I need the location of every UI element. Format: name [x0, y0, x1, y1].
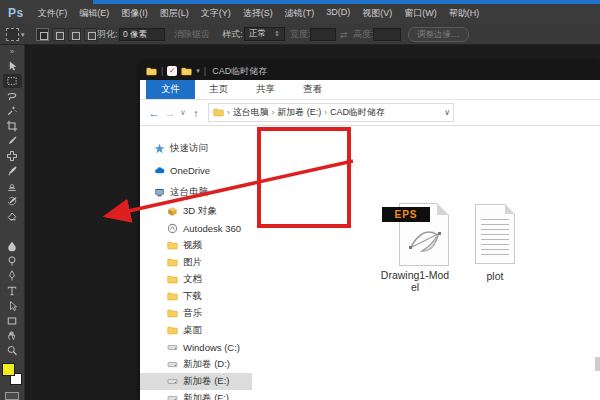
up-button[interactable]: ↑ [188, 107, 204, 119]
antialias-checkbox[interactable]: 消除锯齿 [174, 24, 210, 45]
folder-icon [167, 308, 178, 319]
eraser-tool[interactable] [3, 209, 22, 223]
type-tool[interactable] [3, 284, 22, 298]
height-input[interactable] [373, 28, 401, 41]
crop-tool[interactable] [3, 119, 22, 133]
folder-icon [167, 257, 178, 268]
sidebar-item-this-pc[interactable]: 这台电脑 [140, 184, 252, 201]
hand-tool[interactable] [3, 329, 22, 343]
sidebar-item-desktop[interactable]: 桌面 [140, 322, 252, 339]
width-label: 宽度: [290, 24, 311, 45]
menu-type[interactable]: 文字(Y) [195, 4, 237, 23]
sidebar-item-windows-c[interactable]: Windows (C:) [140, 339, 252, 356]
brush-tool[interactable] [3, 164, 22, 178]
add-selection-button[interactable] [52, 28, 65, 41]
style-select[interactable]: 正常 ⇕ [244, 27, 285, 41]
menu-view[interactable]: 视图(V) [356, 4, 398, 23]
forward-button[interactable]: → [162, 107, 178, 119]
recent-locations-caret-icon[interactable]: ∨ [178, 108, 188, 117]
sidebar-item-new-volume-f[interactable]: 新加卷 (F:) [140, 390, 252, 400]
sidebar-item-new-volume-d[interactable]: 新加卷 (D:) [140, 356, 252, 373]
eyedropper-tool[interactable] [3, 134, 22, 148]
toolbar-collapse-icon[interactable]: » [10, 47, 14, 56]
back-button[interactable]: ← [146, 107, 162, 119]
sidebar-item-videos[interactable]: 视频 [140, 237, 252, 254]
menu-layer[interactable]: 图层(L) [154, 4, 195, 23]
move-tool[interactable] [3, 59, 22, 73]
star-icon [154, 143, 165, 154]
sidebar-item-onedrive[interactable]: OneDrive [140, 162, 252, 179]
foreground-color-swatch[interactable] [2, 363, 15, 376]
width-input[interactable] [310, 28, 336, 41]
tab-view[interactable]: 查看 [289, 80, 336, 99]
tab-share[interactable]: 共享 [242, 80, 289, 99]
t-eye-icon [6, 135, 18, 147]
refine-edge-button[interactable]: 调整边缘… [408, 27, 469, 42]
intersect-selection-button[interactable] [84, 28, 97, 41]
subtract-selection-button[interactable] [68, 28, 81, 41]
sidebar-item-pictures[interactable]: 图片 [140, 254, 252, 271]
clone-stamp-tool[interactable] [3, 179, 22, 193]
menu-help[interactable]: 帮助(H) [443, 4, 486, 23]
gradient-tool[interactable] [3, 224, 22, 238]
cloud-icon [154, 165, 165, 176]
quick-access-check-icon[interactable]: ✓ [167, 66, 177, 76]
rectangle-tool[interactable] [3, 314, 22, 328]
t-crop-icon [6, 120, 18, 132]
new-selection-button[interactable] [36, 28, 49, 41]
chevron-updown-icon: ⇕ [274, 30, 280, 38]
healing-brush-tool[interactable] [3, 149, 22, 163]
ribbon-tabs: 文件主页共享查看 [140, 80, 600, 100]
sidebar-item-autodesk360[interactable]: Autodesk 360 [140, 220, 252, 237]
menu-select[interactable]: 选择(S) [237, 4, 279, 23]
computer-icon [154, 187, 165, 198]
sidebar-item-music[interactable]: 音乐 [140, 305, 252, 322]
t-erase-icon [6, 210, 18, 222]
menu-edit[interactable]: 编辑(E) [73, 4, 115, 23]
file-explorer-window: | ✓ ▾ | CAD临时储存 文件主页共享查看 ← → ∨ ↑ › 这台电脑 … [140, 62, 600, 400]
sidebar-item-new-volume-e[interactable]: 新加卷 (E:) [140, 373, 252, 390]
explorer-titlebar[interactable]: | ✓ ▾ | CAD临时储存 [140, 62, 600, 80]
menu-file[interactable]: 文件(F) [32, 4, 74, 23]
quick-access-toolbar-caret-icon[interactable]: ▾ [196, 67, 200, 75]
path-selection-tool[interactable] [3, 299, 22, 313]
eps-curve-art-icon [404, 221, 446, 263]
sidebar-item-quick-access[interactable]: 快速访问 [140, 140, 252, 157]
file-list-area[interactable]: EPS Drawing1-Mod el [252, 126, 600, 400]
marquee-tool[interactable] [3, 74, 22, 88]
dodge-tool[interactable] [3, 254, 22, 268]
tool-preset-picker[interactable]: ▾ [6, 24, 25, 45]
address-bar[interactable]: › 这台电脑 › 新加卷 (E:) › CAD临时储存 ∨ [208, 103, 454, 122]
sidebar-item-downloads[interactable]: 下载 [140, 288, 252, 305]
menu-3d[interactable]: 3D(D) [320, 4, 356, 23]
pen-tool[interactable] [3, 269, 22, 283]
quick-mask-button[interactable] [5, 392, 19, 400]
lasso-tool[interactable] [3, 89, 22, 103]
a360-icon [167, 223, 178, 234]
t-lasso-icon [6, 90, 18, 102]
style-label: 样式: [222, 24, 243, 45]
sidebar-item-documents[interactable]: 文档 [140, 271, 252, 288]
tab-home[interactable]: 主页 [195, 80, 242, 99]
link-dimensions-icon[interactable]: ⇄ [340, 24, 348, 45]
menu-filter[interactable]: 滤镜(T) [279, 4, 321, 23]
wukong-logo-icon [486, 366, 513, 393]
photoshop-options-bar: ▾ 羽化: 0 像素 消除锯齿 样式: 正常 ⇕ 宽度: ⇄ 高度: 调整边缘… [0, 24, 600, 45]
feather-input[interactable]: 0 像素 [119, 28, 165, 41]
tab-file[interactable]: 文件 [146, 80, 195, 99]
magic-wand-tool[interactable] [3, 104, 22, 118]
folder-icon [167, 325, 178, 336]
folder-icon[interactable] [181, 66, 192, 77]
marquee-preset-icon [6, 28, 19, 41]
zoom-tool[interactable] [3, 344, 22, 358]
sidebar-item-3d-objects[interactable]: 3D 对象 [140, 203, 252, 220]
menu-image[interactable]: 图像(I) [115, 4, 154, 23]
folder-icon [146, 66, 157, 77]
menu-window[interactable]: 窗口(W) [398, 4, 443, 23]
history-brush-tool[interactable] [3, 194, 22, 208]
blur-tool[interactable] [3, 239, 22, 253]
address-history-caret-icon[interactable]: ∨ [444, 108, 450, 117]
t-hand-icon [6, 330, 18, 342]
text-file-icon [475, 204, 515, 264]
t-dodge-icon [6, 255, 18, 267]
